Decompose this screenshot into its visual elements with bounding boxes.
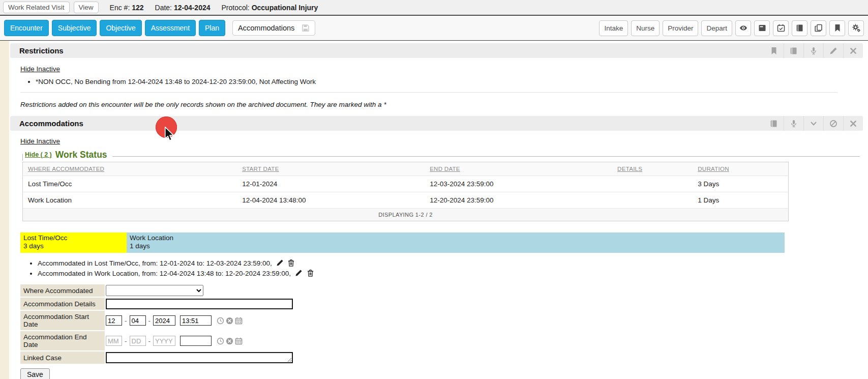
- accommodation-end-date-label: Accommodation End Date: [20, 331, 105, 351]
- restrictions-title: Restrictions: [19, 46, 64, 55]
- intake-button[interactable]: Intake: [599, 20, 628, 36]
- accommodations-hide-inactive-link[interactable]: Hide Inactive: [20, 137, 60, 145]
- settings-button[interactable]: [848, 20, 864, 36]
- clock-icon[interactable]: [217, 337, 224, 345]
- col-where-accommodated[interactable]: WHERE ACCOMMODATED: [23, 162, 237, 176]
- eye-icon: [739, 24, 747, 32]
- calendar-check-button[interactable]: [773, 20, 789, 36]
- book-icon[interactable]: [764, 116, 784, 131]
- toolbar: Encounter Subjective Objective Assessmen…: [0, 16, 868, 41]
- accommodation-form: Where Accommodated Accommodation Details…: [20, 284, 863, 379]
- work-status-legend: Hide ( 2 ) Work Status: [22, 149, 863, 161]
- top-bar: Work Related Visit View Enc #: 122 Date:…: [0, 0, 868, 16]
- tab-subjective[interactable]: Subjective: [52, 20, 97, 36]
- end-time-input[interactable]: [180, 336, 212, 346]
- close-icon[interactable]: [843, 43, 863, 58]
- work-related-visit-button[interactable]: Work Related Visit: [3, 2, 70, 13]
- table-paging-status: DISPLAYING 1-2 / 2: [23, 209, 789, 221]
- provider-button[interactable]: Provider: [663, 20, 698, 36]
- current-tab-label: Accommodations: [238, 24, 294, 32]
- bookmark-icon[interactable]: [764, 43, 784, 58]
- delete-icon[interactable]: [307, 269, 314, 277]
- col-end-date[interactable]: END DATE: [425, 162, 612, 176]
- date-separator: -: [148, 317, 151, 325]
- linked-case-input[interactable]: [106, 352, 293, 363]
- calendar-icon[interactable]: [235, 317, 243, 325]
- archive-button[interactable]: [754, 20, 770, 36]
- book-button[interactable]: [792, 20, 807, 36]
- current-tab-accommodations[interactable]: Accommodations: [232, 20, 315, 36]
- clear-icon[interactable]: [226, 337, 233, 345]
- chevron-down-icon[interactable]: [803, 116, 823, 131]
- book-icon[interactable]: [784, 43, 803, 58]
- encounter-number: Enc #: 122: [110, 4, 144, 12]
- accommodation-start-date-label: Accommodation Start Date: [20, 311, 105, 330]
- restrictions-hide-inactive-link[interactable]: Hide Inactive: [20, 65, 60, 73]
- save-button[interactable]: Save: [20, 368, 50, 379]
- work-status-table: WHERE ACCOMMODATED START DATE END DATE D…: [22, 162, 789, 221]
- click-indicator-dot: [156, 116, 177, 138]
- col-duration[interactable]: DURATION: [693, 162, 788, 176]
- microphone-icon[interactable]: [784, 116, 803, 131]
- tab-plan[interactable]: Plan: [199, 20, 225, 36]
- cell-end: 12-20-2024 23:59:00: [425, 192, 612, 209]
- start-day-input[interactable]: [130, 315, 146, 326]
- nurse-button[interactable]: Nurse: [631, 20, 660, 36]
- bookmark-icon: [833, 24, 842, 32]
- cell-where: Lost Time/Occ: [23, 176, 237, 192]
- timeline-segment-lost-time: Lost Time/Occ 3 days: [20, 232, 127, 253]
- restriction-item: *NON OCC, No Bending from 12-04-2024 13:…: [36, 78, 863, 85]
- pencil-icon[interactable]: [823, 43, 843, 58]
- bookmark-button[interactable]: [829, 20, 845, 36]
- start-year-input[interactable]: [153, 315, 175, 326]
- copy-button[interactable]: [811, 20, 826, 36]
- save-icon: [302, 24, 310, 32]
- microphone-icon[interactable]: [803, 43, 823, 58]
- col-start-date[interactable]: START DATE: [237, 162, 425, 176]
- legend-rule: [112, 156, 860, 157]
- start-time-input[interactable]: [180, 315, 212, 326]
- cell-where: Work Location: [23, 192, 237, 209]
- accommodations-header: Accommodations: [10, 116, 863, 131]
- calendar-check-icon: [777, 24, 785, 32]
- clock-icon[interactable]: [217, 317, 224, 325]
- tab-assessment[interactable]: Assessment: [145, 20, 196, 36]
- page-body: Restrictions Hid: [0, 41, 868, 379]
- calendar-icon[interactable]: [235, 337, 243, 345]
- restrictions-header: Restrictions: [10, 43, 863, 58]
- accommodations-title: Accommodations: [19, 119, 83, 128]
- delete-icon[interactable]: [287, 259, 295, 267]
- cell-duration: 1 Days: [693, 192, 788, 209]
- where-accommodated-label: Where Accommodated: [20, 284, 105, 297]
- accommodation-details-input[interactable]: [106, 299, 293, 309]
- edit-icon[interactable]: [295, 269, 303, 277]
- depart-button[interactable]: Depart: [701, 20, 732, 36]
- end-day-input[interactable]: [130, 336, 146, 346]
- click-indicator: [156, 116, 177, 138]
- table-row[interactable]: Work Location 12-04-2024 13:48:00 12-20-…: [23, 192, 789, 209]
- ban-icon[interactable]: [823, 116, 843, 131]
- end-month-input[interactable]: [106, 336, 122, 346]
- timeline-segment-work-location: Work Location 1 days: [127, 232, 785, 253]
- date-separator: -: [125, 337, 127, 345]
- copy-icon: [815, 24, 823, 32]
- archive-icon: [758, 24, 766, 32]
- view-button[interactable]: View: [74, 2, 99, 13]
- eye-button[interactable]: [735, 20, 751, 36]
- edit-icon[interactable]: [276, 259, 284, 267]
- table-row[interactable]: Lost Time/Occ 12-01-2024 12-03-2024 23:5…: [23, 176, 789, 192]
- tab-objective[interactable]: Objective: [100, 20, 141, 36]
- protocol: Protocol: Occupational Injury: [222, 4, 318, 12]
- divider: [20, 92, 837, 93]
- tab-encounter[interactable]: Encounter: [4, 20, 49, 36]
- cell-start: 12-04-2024 13:48:00: [237, 192, 425, 209]
- work-status-hide-link[interactable]: Hide ( 2 ): [25, 151, 52, 158]
- where-accommodated-select[interactable]: [106, 285, 203, 296]
- close-icon[interactable]: [843, 116, 863, 131]
- encounter-date: Date: 12-04-2024: [155, 4, 211, 12]
- col-details[interactable]: DETAILS: [612, 162, 693, 176]
- end-year-input[interactable]: [153, 336, 175, 346]
- start-month-input[interactable]: [106, 315, 122, 326]
- clear-icon[interactable]: [226, 317, 233, 325]
- date-separator: -: [148, 337, 151, 345]
